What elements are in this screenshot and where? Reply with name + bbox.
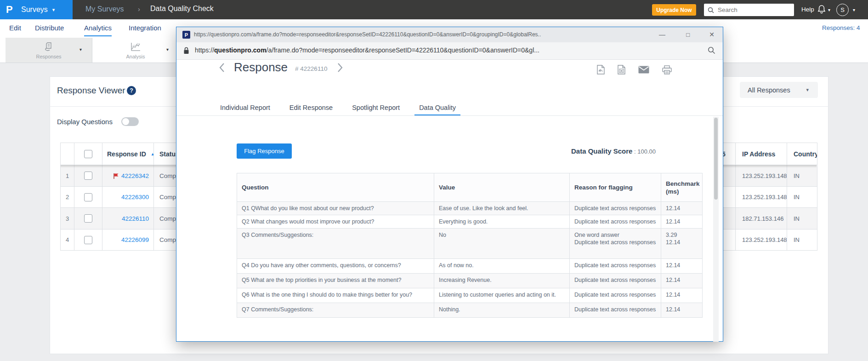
value-cell: Increasing Revenue.: [434, 274, 570, 288]
search-input[interactable]: [717, 6, 788, 14]
responses-count[interactable]: Responses: 4: [822, 24, 860, 31]
zoom-icon[interactable]: [708, 46, 715, 54]
tab-spotlight-report[interactable]: Spotlight Report: [352, 101, 400, 116]
row-number: 3: [61, 208, 74, 229]
table-row[interactable]: 182.71.153.146 IN: [712, 208, 817, 229]
help-circle-icon[interactable]: ?: [127, 86, 136, 95]
modal-title-bar[interactable]: P https://questionpro.com/a/frame.do?mod…: [176, 27, 723, 43]
score-separator: :: [632, 148, 637, 155]
reason-cell: Duplicate text across responses: [570, 288, 661, 303]
all-responses-chevron-down-icon: ▾: [806, 87, 809, 92]
responses-chevron-down-icon[interactable]: ▾: [79, 47, 82, 52]
response-id-cell[interactable]: 42226099: [102, 229, 154, 251]
chevron-left-icon[interactable]: [219, 63, 225, 73]
maximize-icon[interactable]: □: [686, 27, 690, 42]
sort-asc-icon[interactable]: ▲: [151, 152, 154, 156]
address-url[interactable]: https://questionpro.com/a/frame.do?mode=…: [195, 46, 691, 54]
nav-analytics[interactable]: Analytics: [84, 19, 112, 36]
app-screen: P Surveys ▾ My Surveys › Data Quality Ch…: [0, 0, 868, 361]
ip-cell: 123.252.193.148: [736, 165, 787, 187]
row-checkbox-cell: [74, 229, 102, 251]
bell-chevron-down-icon[interactable]: ▾: [828, 8, 830, 12]
table-row[interactable]: 123.252.193.148 IN: [712, 165, 817, 187]
row-checkbox[interactable]: [84, 172, 92, 180]
product-name: Surveys: [21, 6, 48, 14]
window-title-url: https://questionpro.com/a/frame.do?mode=…: [194, 31, 653, 38]
score-label: Data Quality Score: [571, 147, 632, 155]
country-cell: IN: [787, 165, 817, 187]
display-questions-label: Display Questions: [57, 118, 113, 126]
question-cell: Q5 What are the top priorities in your b…: [237, 274, 434, 288]
nav-distribute[interactable]: Distribute: [35, 19, 64, 36]
response-id-cell[interactable]: 42226110: [102, 208, 154, 229]
value-header: Value: [434, 173, 570, 202]
dq-row: Q6 What is the one thing I should do to …: [237, 288, 703, 303]
toolbar-responses-label: Responses: [36, 54, 61, 59]
analysis-chevron-down-icon[interactable]: ▾: [166, 47, 169, 52]
notifications-bell-icon[interactable]: [817, 5, 826, 14]
breadcrumb-my-surveys[interactable]: My Surveys: [85, 5, 124, 13]
global-search[interactable]: [704, 4, 794, 16]
tab-edit-response[interactable]: Edit Response: [289, 101, 333, 116]
response-id-cell[interactable]: 42226342: [102, 165, 154, 187]
toolbar-responses-button[interactable]: Responses ▾: [6, 38, 92, 63]
display-questions-toggle[interactable]: [121, 117, 139, 126]
toggle-knob: [122, 118, 129, 125]
help-link[interactable]: Help: [801, 6, 814, 13]
pdf-export-icon[interactable]: [597, 65, 605, 74]
modal-scrollbar-thumb[interactable]: [714, 118, 718, 200]
row-checkbox[interactable]: [84, 193, 92, 201]
search-icon: [708, 7, 714, 13]
response-id-cell[interactable]: 42226300: [102, 187, 154, 208]
benchmark-cell: 12.14: [661, 303, 703, 318]
print-icon[interactable]: [662, 65, 672, 74]
benchmark-cell: 12.14: [661, 215, 703, 229]
response-editor-modal: P https://questionpro.com/a/frame.do?mod…: [176, 27, 723, 342]
select-all-header: [74, 143, 102, 165]
minimize-icon[interactable]: —: [659, 27, 665, 42]
reason-cell: Duplicate text across responses: [570, 303, 661, 318]
responses-table-right-header: 5 IP Address Country Code: [712, 143, 817, 165]
toolbar-analysis-button[interactable]: Analysis ▾: [92, 38, 179, 63]
row-checkbox[interactable]: [84, 214, 92, 223]
row-number: 1: [61, 165, 74, 187]
tab-data-quality[interactable]: Data Quality: [414, 101, 460, 116]
nav-integration[interactable]: Integration: [129, 19, 161, 36]
reason-header: Reason for flagging: [570, 173, 661, 202]
tab-individual-report[interactable]: Individual Report: [220, 101, 270, 116]
ip-cell: 123.252.193.148: [736, 229, 787, 251]
close-icon[interactable]: ✕: [709, 27, 715, 42]
value-cell: As of now no.: [434, 259, 570, 274]
rownum-header: [61, 143, 74, 165]
avatar-chevron-down-icon[interactable]: ▾: [853, 8, 855, 12]
table-row[interactable]: 123.252.193.148 IN: [712, 229, 817, 251]
all-responses-dropdown[interactable]: All Responses ▾: [740, 82, 818, 98]
ip-address-header[interactable]: IP Address: [736, 143, 787, 165]
response-id-header[interactable]: Response ID▲: [102, 143, 154, 165]
benchmark-header: Benchmark (ms): [661, 173, 703, 202]
page-title: Response Viewer: [57, 86, 125, 96]
value-cell: Nothing.: [434, 303, 570, 318]
email-icon[interactable]: [638, 66, 649, 74]
score-value: 100.00: [637, 148, 656, 155]
dq-row: Q4 Do you have any other comments, quest…: [237, 259, 703, 274]
ip-cell: 123.252.193.148: [736, 187, 787, 208]
excel-export-icon[interactable]: [618, 65, 625, 74]
benchmark-cell: 12.14: [661, 288, 703, 303]
select-all-checkbox[interactable]: [84, 150, 92, 158]
nav-edit[interactable]: Edit: [9, 19, 21, 36]
upgrade-now-button[interactable]: Upgrade Now: [652, 4, 696, 16]
row-checkbox-cell: [74, 208, 102, 229]
ip-cell: 182.71.153.146: [736, 208, 787, 229]
modal-address-bar: https://questionpro.com/a/frame.do?mode=…: [176, 42, 723, 60]
flag-icon: [113, 173, 119, 179]
export-actions: [597, 65, 672, 74]
table-row[interactable]: 123.252.193.148 IN: [712, 187, 817, 208]
user-avatar[interactable]: S: [836, 4, 849, 16]
dq-row: Q3 Comments/Suggestions: No One word ans…: [237, 229, 703, 259]
product-switcher[interactable]: P Surveys ▾: [0, 0, 73, 19]
flag-response-button[interactable]: Flag Response: [237, 143, 292, 159]
chevron-right-icon[interactable]: [337, 63, 343, 73]
country-code-header[interactable]: Country Code: [787, 143, 817, 165]
row-checkbox[interactable]: [84, 236, 92, 244]
